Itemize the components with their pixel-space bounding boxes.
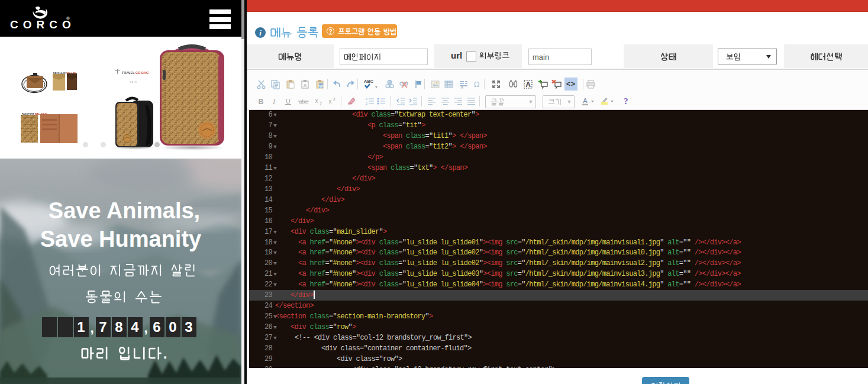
svg-text:1: 1 [366,97,367,101]
svg-text:A: A [304,83,307,88]
svg-text:.: . [163,346,168,362]
svg-text:I: I [272,98,276,106]
svg-text:A: A [583,97,588,104]
svg-text:?: ? [624,97,628,106]
svg-text:2: 2 [333,98,335,102]
svg-text:Ω: Ω [474,80,480,89]
svg-text:i: i [259,28,262,37]
svg-text:ABC: ABC [364,79,374,84]
svg-text:2: 2 [320,102,322,106]
svg-text:U: U [286,98,291,105]
svg-text:W: W [319,84,323,88]
svg-text:A: A [525,80,531,89]
svg-text:B: B [259,98,264,106]
svg-text:A: A [461,86,463,89]
svg-text:x: x [329,98,332,105]
svg-text:x: x [315,98,318,104]
svg-text:2: 2 [366,102,367,105]
